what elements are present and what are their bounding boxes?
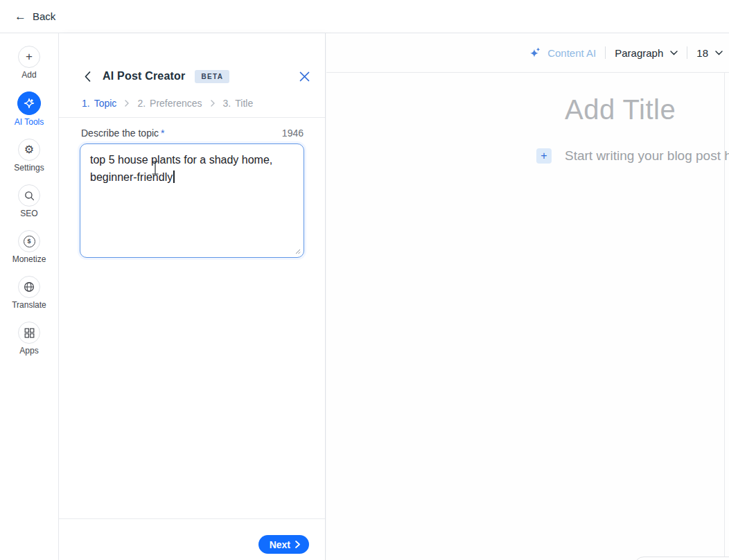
- top-bar: ← Back: [0, 0, 729, 33]
- panel-header: AI Post Creator BETA: [59, 33, 325, 91]
- wizard-steps: 1. Topic 2. Preferences 3. Title: [82, 98, 253, 109]
- editor-area: Content AI Paragraph 18 Add Title + Star…: [326, 33, 729, 560]
- close-button[interactable]: [299, 71, 310, 82]
- chevron-down-icon: [670, 51, 678, 55]
- post-title-placeholder[interactable]: Add Title: [565, 94, 676, 125]
- apps-grid-icon: [18, 322, 40, 344]
- editor-toolbar: Content AI Paragraph 18: [326, 33, 729, 73]
- arrow-left-icon: ←: [15, 10, 26, 22]
- ai-post-creator-panel: AI Post Creator BETA 1. Topic 2. Prefere…: [59, 33, 326, 560]
- content-ai-label: Content AI: [547, 47, 596, 59]
- required-asterisk: *: [161, 128, 164, 139]
- text-caret: [173, 170, 175, 183]
- step-label: Preferences: [150, 98, 202, 109]
- close-icon: [299, 71, 310, 82]
- topic-field-header: Describe the topic * 1946: [81, 128, 304, 139]
- canvas-right-edge: [724, 73, 725, 560]
- paragraph-style-dropdown[interactable]: Paragraph: [615, 47, 678, 59]
- step-label: Title: [235, 98, 253, 109]
- sidebar-item-add[interactable]: + Add: [0, 46, 59, 80]
- sidebar-item-label: Translate: [12, 300, 46, 310]
- step-number: 3.: [223, 98, 231, 109]
- back-label: Back: [33, 10, 55, 22]
- step-preferences[interactable]: 2. Preferences: [137, 98, 202, 109]
- sidebar-item-settings[interactable]: ⚙ Settings: [0, 139, 59, 173]
- panel-title: AI Post Creator: [103, 70, 185, 82]
- next-button[interactable]: Next: [258, 535, 309, 554]
- sidebar-item-translate[interactable]: Translate: [0, 276, 59, 310]
- panel-back-button[interactable]: [85, 71, 91, 82]
- toolbar-divider: [605, 46, 606, 59]
- step-number: 2.: [137, 98, 146, 109]
- plus-icon: +: [18, 46, 40, 68]
- chevron-left-icon: [85, 71, 91, 82]
- ai-sparkle-icon: [17, 91, 41, 115]
- chevron-right-icon: [211, 100, 215, 107]
- sidebar-item-ai-tools[interactable]: AI Tools: [0, 91, 59, 127]
- chevron-right-icon: [125, 100, 129, 107]
- topic-textarea[interactable]: top 5 house plants for a shady home, beg…: [80, 143, 304, 258]
- toolbar-divider: [687, 46, 687, 59]
- next-button-label: Next: [270, 539, 290, 550]
- font-size-value: 18: [696, 47, 708, 59]
- sidebar-item-label: AI Tools: [15, 117, 44, 127]
- add-block-button[interactable]: +: [536, 148, 552, 164]
- sidebar-item-label: Monetize: [12, 254, 46, 264]
- sidebar-item-apps[interactable]: Apps: [0, 322, 59, 356]
- step-topic[interactable]: 1. Topic: [82, 98, 116, 109]
- sidebar-item-monetize[interactable]: $ Monetize: [0, 230, 59, 264]
- topic-field-label: Describe the topic: [81, 128, 159, 139]
- chevron-down-icon: [715, 51, 723, 55]
- blog-editor-app: { "topbar": { "back_label": "Back" }, "s…: [0, 0, 729, 560]
- ai-sparkle-icon: [528, 46, 542, 60]
- sidebar-item-label: Apps: [19, 346, 38, 356]
- step-title[interactable]: 3. Title: [223, 98, 254, 109]
- sidebar-item-label: Add: [21, 70, 36, 80]
- search-icon: [18, 184, 40, 207]
- globe-icon: [18, 276, 40, 298]
- left-sidebar: + Add AI Tools ⚙ Settings SEO $ Monetize: [0, 33, 59, 560]
- gear-icon: ⚙: [18, 139, 40, 161]
- content-ai-button[interactable]: Content AI: [528, 46, 596, 60]
- bottom-right-card-peek: [634, 557, 729, 560]
- sidebar-item-label: SEO: [20, 209, 37, 218]
- character-counter: 1946: [282, 128, 304, 139]
- post-body-placeholder[interactable]: Start writing your blog post he: [565, 148, 729, 164]
- back-button[interactable]: ← Back: [15, 10, 55, 22]
- sidebar-item-seo[interactable]: SEO: [0, 184, 59, 218]
- topic-text: top 5 house plants for a shady home, beg…: [90, 154, 272, 183]
- divider: [59, 117, 325, 118]
- paragraph-style-value: Paragraph: [615, 47, 663, 59]
- plus-icon: +: [541, 150, 547, 161]
- sidebar-item-label: Settings: [14, 163, 44, 173]
- panel-footer: Next: [59, 518, 325, 560]
- dollar-coin-icon: $: [18, 230, 40, 252]
- font-size-dropdown[interactable]: 18: [696, 47, 723, 59]
- step-number: 1.: [82, 98, 90, 109]
- beta-badge: BETA: [195, 70, 229, 83]
- resize-handle[interactable]: [295, 248, 301, 254]
- step-label: Topic: [94, 98, 117, 109]
- chevron-right-icon: [295, 541, 300, 548]
